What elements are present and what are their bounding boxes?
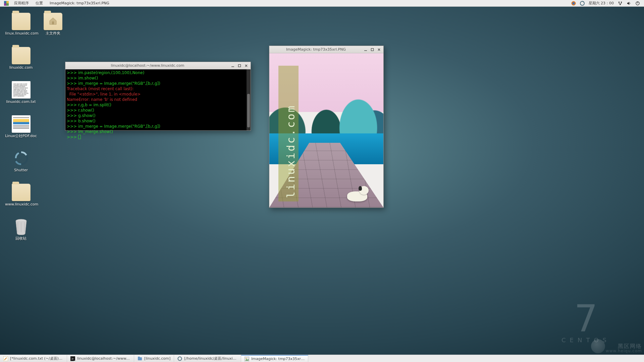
maximize-button[interactable] xyxy=(369,47,375,52)
linuxidc-folder[interactable]: linuxidc.com xyxy=(5,47,37,70)
image-viewer-title: ImageMagick: tmp73x35xrl.PNG xyxy=(269,47,363,52)
terminal-line: >>> r.show() xyxy=(67,108,249,113)
image-viewer-window[interactable]: ImageMagick: tmp73x35xrl.PNG linuxidc.co… xyxy=(269,46,384,208)
svg-rect-2 xyxy=(4,3,6,6)
close-button[interactable] xyxy=(376,47,382,52)
terminal-line: Traceback (most recent call last): xyxy=(67,86,249,92)
terminal-line: >>> im.show() xyxy=(67,75,249,81)
terminal-line: >>> b.show() xyxy=(67,118,249,124)
minimize-button[interactable] xyxy=(230,63,236,68)
desktop-icon-label: Linux公社PDF.doc xyxy=(5,134,37,138)
terminal-window[interactable]: linuxidc@localhost:~/www.linuxidc.com >>… xyxy=(65,62,251,131)
terminal-line: >>> im.paste(region,(100,100),None) xyxy=(67,70,249,75)
home-folder[interactable]: 主文件夹 xyxy=(37,13,69,36)
svg-rect-12 xyxy=(52,21,54,24)
terminal-cursor xyxy=(78,135,81,139)
active-window-title: ImageMagick: tmp73x35xrl.PNG xyxy=(46,1,113,5)
terminal-scrollbar[interactable] xyxy=(247,69,251,130)
desktop-icon-label: linuxidc.com xyxy=(5,65,37,70)
terminal-line: >>> im_merge = Image.merge("RGB",[b,r,g]… xyxy=(67,81,249,86)
image-viewer-body: linuxidc.com xyxy=(269,53,383,207)
close-button[interactable] xyxy=(243,63,249,68)
desktop-icon-label: 回收站 xyxy=(5,236,37,241)
terminal-line: >>> im_merge.show() xyxy=(67,129,249,134)
applications-menu[interactable]: 应用程序 xyxy=(11,1,32,6)
terminal-line: >>> im_merge = Image.merge("RGB",[b,r,g]… xyxy=(67,124,249,129)
terminal-line: >>> g.show() xyxy=(67,113,249,118)
image-watermark-text: linuxidc.com xyxy=(284,105,297,198)
linuxidc-txt[interactable]: Lorem ipsum dolor sit amet consectetur a… xyxy=(5,81,37,104)
linux-linuxidc-folder[interactable]: linux.linuxidc.com xyxy=(5,13,37,36)
centos-menu-icon[interactable] xyxy=(2,1,11,6)
terminal-title: linuxidc@localhost:~/www.linuxidc.com xyxy=(65,63,230,68)
image-viewer-titlebar[interactable]: ImageMagick: tmp73x35xrl.PNG xyxy=(269,46,383,53)
terminal-line: >>> r,g,b = im.split() xyxy=(67,102,249,108)
minimize-button[interactable] xyxy=(363,47,369,52)
svg-rect-1 xyxy=(6,1,9,3)
desktop-icon-label: linux.linuxidc.com xyxy=(5,31,37,36)
terminal-titlebar[interactable]: linuxidc@localhost:~/www.linuxidc.com xyxy=(65,62,251,69)
terminal-body[interactable]: >>> im.paste(region,(100,100),None)>>> i… xyxy=(65,69,251,130)
maximize-button[interactable] xyxy=(236,63,243,68)
terminal-prompt: >>> xyxy=(67,135,78,139)
www-linuxidc-folder[interactable]: www.linuxidc.com xyxy=(5,184,37,207)
places-menu[interactable]: 位置 xyxy=(32,1,46,6)
linux-pdf-doc[interactable]: Linux公社PDF.doc xyxy=(5,115,37,138)
desktop-icon-label: 主文件夹 xyxy=(37,31,69,36)
terminal-line: NameError: name 'b' is not defined xyxy=(67,97,249,102)
desktop[interactable]: 应用程序 位置 ImageMagick: tmp73x35xrl.PNG 星期六… xyxy=(0,0,483,272)
shutter-app[interactable]: Shutter xyxy=(5,149,37,173)
desktop-icon-label: linuxidc.com.txt xyxy=(5,100,37,104)
image-dog xyxy=(347,186,367,201)
trash[interactable]: 回收站 xyxy=(5,218,37,241)
svg-rect-16 xyxy=(238,64,241,67)
svg-rect-18 xyxy=(371,48,374,51)
desktop-icon-label: www.linuxidc.com xyxy=(5,202,37,207)
top-panel: 应用程序 位置 ImageMagick: tmp73x35xrl.PNG 星期六… xyxy=(0,0,483,7)
desktop-icon-label: Shutter xyxy=(5,168,37,173)
svg-rect-3 xyxy=(6,3,9,6)
terminal-line: File "<stdin>", line 1, in <module> xyxy=(67,92,249,97)
